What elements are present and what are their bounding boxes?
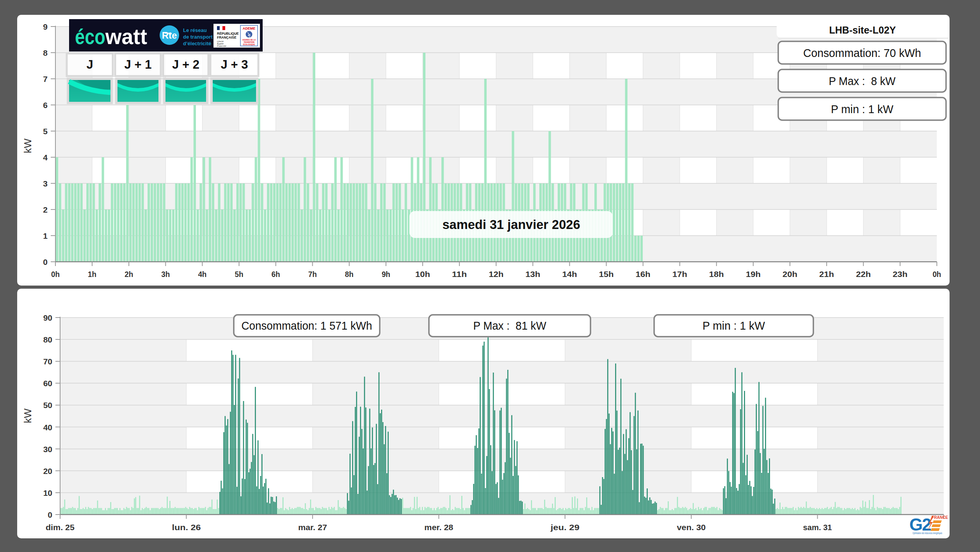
- svg-text:samedi 31 janvier 2026: samedi 31 janvier 2026: [443, 217, 580, 232]
- svg-text:1: 1: [43, 231, 48, 240]
- svg-text:7h: 7h: [308, 270, 317, 279]
- svg-text:1h: 1h: [88, 270, 96, 279]
- svg-text:J + 1: J + 1: [125, 58, 152, 71]
- svg-text:6: 6: [43, 101, 48, 110]
- svg-text:J + 3: J + 3: [221, 58, 248, 71]
- svg-text:0: 0: [43, 257, 48, 266]
- svg-text:2: 2: [43, 205, 48, 214]
- svg-text:3h: 3h: [161, 270, 170, 279]
- svg-text:P Max : 8 kW: P Max : 8 kW: [829, 75, 896, 87]
- svg-text:2h: 2h: [125, 270, 133, 279]
- svg-text:5h: 5h: [235, 270, 244, 279]
- svg-text:de transport: de transport: [183, 34, 213, 40]
- svg-text:0h: 0h: [51, 270, 60, 279]
- svg-text:8h: 8h: [345, 270, 354, 279]
- svg-text:P min : 1 kW: P min : 1 kW: [831, 103, 894, 115]
- svg-text:10h: 10h: [415, 270, 430, 279]
- svg-text:kW: kW: [22, 408, 34, 423]
- svg-text:dim. 25: dim. 25: [46, 523, 75, 532]
- svg-text:80: 80: [43, 335, 52, 344]
- svg-text:50: 50: [43, 401, 52, 410]
- svg-text:23h: 23h: [893, 270, 907, 279]
- svg-text:11h: 11h: [452, 270, 467, 279]
- svg-text:5: 5: [43, 127, 48, 136]
- svg-text:19h: 19h: [746, 270, 761, 279]
- svg-text:d’électricité: d’électricité: [183, 41, 211, 46]
- svg-text:3: 3: [43, 179, 48, 188]
- svg-text:P Max : 81 kW: P Max : 81 kW: [473, 319, 547, 332]
- svg-text:Rte: Rte: [162, 30, 177, 41]
- svg-text:18h: 18h: [709, 270, 724, 279]
- svg-text:60: 60: [43, 379, 52, 388]
- svg-text:0: 0: [48, 510, 52, 519]
- svg-text:J + 2: J + 2: [172, 58, 199, 71]
- svg-text:Le réseau: Le réseau: [183, 27, 207, 33]
- svg-text:ven. 30: ven. 30: [677, 523, 706, 532]
- svg-text:12h: 12h: [489, 270, 503, 279]
- svg-text:10: 10: [43, 488, 52, 497]
- svg-text:15h: 15h: [599, 270, 614, 279]
- svg-text:kW: kW: [22, 138, 34, 153]
- svg-text:AGENCE DE LA: AGENCE DE LA: [242, 39, 256, 41]
- svg-text:ADEME: ADEME: [243, 27, 256, 30]
- svg-text:4h: 4h: [198, 270, 206, 279]
- svg-text:21h: 21h: [819, 270, 834, 279]
- svg-text:16h: 16h: [636, 270, 651, 279]
- svg-text:4: 4: [43, 153, 48, 162]
- svg-text:G2: G2: [909, 515, 931, 534]
- svg-text:Optimisation des ressources én: Optimisation des ressources énergétiques: [912, 532, 942, 535]
- svg-text:jeu. 29: jeu. 29: [550, 523, 580, 532]
- svg-text:J: J: [86, 58, 93, 71]
- svg-text:14h: 14h: [562, 270, 577, 279]
- svg-text:13h: 13h: [525, 270, 540, 279]
- svg-text:sam. 31: sam. 31: [803, 523, 832, 532]
- svg-text:lun. 26: lun. 26: [172, 523, 201, 532]
- svg-text:90: 90: [43, 313, 52, 322]
- svg-text:22h: 22h: [856, 270, 871, 279]
- svg-text:40: 40: [43, 423, 52, 432]
- svg-text:8: 8: [43, 48, 48, 57]
- svg-text:6h: 6h: [272, 270, 280, 279]
- svg-text:0h: 0h: [932, 270, 941, 279]
- svg-text:9h: 9h: [382, 270, 390, 279]
- svg-text:FRANÇAISE: FRANÇAISE: [217, 35, 237, 39]
- svg-text:7: 7: [43, 75, 48, 83]
- svg-text:watt: watt: [105, 24, 147, 49]
- svg-text:mar. 27: mar. 27: [298, 523, 327, 532]
- svg-text:éco: éco: [75, 24, 105, 49]
- svg-text:Consommation: 1 571 kWh: Consommation: 1 571 kWh: [242, 319, 372, 332]
- svg-text:mer. 28: mer. 28: [424, 523, 453, 532]
- svg-text:9: 9: [43, 22, 48, 31]
- svg-text:Consommation: 70 kWh: Consommation: 70 kWh: [803, 46, 921, 59]
- svg-text:FRANCE: FRANCE: [932, 515, 948, 520]
- svg-text:70: 70: [43, 357, 52, 366]
- svg-text:17h: 17h: [672, 270, 687, 279]
- svg-text:TRANSITION: TRANSITION: [244, 41, 254, 43]
- svg-text:20: 20: [43, 467, 52, 476]
- svg-text:Fraternité: Fraternité: [217, 45, 226, 47]
- svg-text:20h: 20h: [783, 270, 797, 279]
- svg-text:P min : 1 kW: P min : 1 kW: [703, 319, 765, 332]
- svg-text:RÉPUBLIQUE: RÉPUBLIQUE: [217, 32, 239, 35]
- svg-text:30: 30: [43, 445, 52, 454]
- svg-text:LHB-site-L02Y: LHB-site-L02Y: [829, 25, 896, 35]
- svg-text:ÉCOLOGIQUE: ÉCOLOGIQUE: [243, 43, 255, 46]
